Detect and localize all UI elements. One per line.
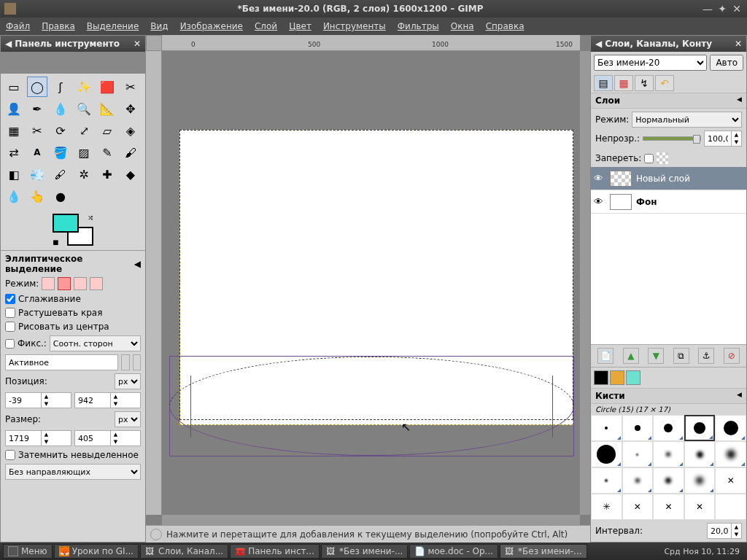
delete-layer-button[interactable]: ⊘ — [724, 348, 740, 364]
clock[interactable]: Срд Ноя 10, 11:29 — [659, 547, 744, 556]
duplicate-layer-button[interactable]: ⧉ — [673, 348, 689, 364]
menu-windows[interactable]: Окна — [451, 21, 474, 31]
brush-item[interactable]: ✳ — [591, 494, 622, 520]
brush-item[interactable]: ✕ — [622, 494, 654, 520]
tool-rotate[interactable]: ⟳ — [50, 120, 71, 141]
brush-item[interactable] — [653, 441, 684, 467]
menu-file[interactable]: Файл — [6, 21, 30, 31]
menu-select[interactable]: Выделение — [87, 21, 139, 31]
brush-item[interactable]: ✕ — [653, 494, 684, 520]
tab-layers[interactable]: ▤ — [594, 75, 613, 91]
mode-add[interactable] — [58, 277, 71, 290]
tool-smudge[interactable]: 👆 — [27, 186, 47, 206]
tool-blur[interactable]: 💧 — [4, 186, 24, 206]
tool-crop[interactable]: ✂ — [27, 120, 47, 141]
tool-ink[interactable]: 🖋 — [50, 164, 71, 184]
tool-bucket[interactable]: 🪣 — [50, 142, 71, 163]
brush-item[interactable] — [684, 441, 716, 467]
tool-perspective-clone[interactable]: ◆ — [120, 164, 141, 184]
tool-align[interactable]: ▦ — [4, 120, 24, 141]
pos-x-input[interactable] — [6, 393, 41, 408]
scrollbar-horizontal[interactable] — [162, 515, 580, 525]
brush-item[interactable] — [591, 467, 622, 494]
size-unit[interactable]: px — [115, 411, 141, 427]
visibility-icon[interactable]: 👁 — [594, 173, 605, 184]
foreground-color[interactable] — [53, 214, 79, 233]
layers-dock-title[interactable]: ◀ Слои, Каналы, Конту ✕ — [591, 36, 746, 52]
tool-flip[interactable]: ⇄ — [4, 142, 24, 163]
guides-combo[interactable]: Без направляющих — [5, 464, 141, 480]
ruler-vertical[interactable] — [146, 51, 162, 515]
menu-color[interactable]: Цвет — [289, 21, 311, 31]
image-selector[interactable]: Без имени-20 — [594, 55, 707, 71]
brush-item[interactable] — [622, 441, 654, 467]
swap-colors-icon[interactable]: ⤭ — [88, 214, 93, 222]
portrait-button[interactable] — [121, 354, 130, 370]
color-swatch-black[interactable] — [594, 370, 608, 385]
blend-mode-combo[interactable]: Нормальный — [632, 112, 742, 128]
menu-view[interactable]: Вид — [150, 21, 168, 31]
layer-thumb[interactable] — [610, 194, 632, 210]
ruler-horizontal[interactable]: -500 0 500 1000 1500 — [162, 35, 580, 51]
tool-scissors[interactable]: ✂ — [120, 77, 141, 97]
section-menu-icon[interactable]: ◀ — [737, 96, 742, 106]
tool-heal[interactable]: ✚ — [97, 164, 117, 184]
tool-airbrush[interactable]: 💨 — [27, 164, 47, 184]
tool-paintbrush[interactable]: 🖌 — [120, 142, 141, 163]
darken-checkbox[interactable] — [5, 450, 15, 460]
tool-gradient[interactable]: ▨ — [74, 142, 94, 163]
minimize-button[interactable]: — — [702, 3, 713, 15]
pos-y-input[interactable] — [75, 393, 110, 408]
brush-item[interactable] — [684, 467, 716, 494]
tool-by-color[interactable]: 🟥 — [97, 77, 117, 97]
menu-filters[interactable]: Фильтры — [398, 21, 439, 31]
size-h-input[interactable] — [75, 431, 110, 446]
toolbox-close-icon[interactable]: ✕ — [133, 39, 141, 49]
brush-item[interactable] — [591, 441, 622, 467]
brush-item[interactable] — [715, 494, 746, 520]
tool-zoom[interactable]: 🔍 — [74, 98, 94, 119]
tool-move[interactable]: ✥ — [120, 98, 141, 119]
fixed-checkbox[interactable] — [5, 339, 15, 349]
tool-eyedropper[interactable]: 💧 — [50, 98, 71, 119]
tool-ellipse-select[interactable]: ◯ — [27, 77, 47, 97]
lock-pixels[interactable] — [644, 154, 654, 163]
tool-measure[interactable]: 📐 — [97, 98, 117, 119]
task-button[interactable]: 🧰Панель инст... — [230, 544, 320, 559]
brush-item[interactable]: ✕ — [715, 467, 746, 494]
ruler-corner[interactable] — [146, 35, 162, 51]
mode-subtract[interactable] — [74, 277, 87, 290]
raise-layer-button[interactable]: ▲ — [623, 348, 639, 364]
tool-pencil[interactable]: ✎ — [97, 142, 117, 163]
brush-item[interactable] — [653, 467, 684, 494]
brush-item[interactable] — [653, 415, 684, 441]
reset-colors-icon[interactable]: ◾ — [53, 237, 61, 246]
tool-paths[interactable]: ✒ — [27, 98, 47, 119]
task-button[interactable]: 🖼*Без имени-... — [500, 544, 587, 559]
opacity-slider[interactable] — [643, 136, 701, 141]
task-button[interactable]: 🖼Слои, Канал... — [140, 544, 228, 559]
size-w-input[interactable] — [6, 431, 41, 446]
layer-name[interactable]: Новый слой — [636, 174, 690, 184]
layer-row[interactable]: 👁 Фон — [591, 190, 746, 214]
close-button[interactable]: ✕ — [731, 3, 743, 15]
brush-item[interactable] — [715, 441, 746, 467]
brush-item[interactable] — [622, 467, 654, 494]
tool-rect-select[interactable]: ▭ — [4, 77, 24, 97]
lower-layer-button[interactable]: ▼ — [648, 348, 664, 364]
color-swatch-orange[interactable] — [610, 370, 624, 385]
tool-perspective[interactable]: ◈ — [120, 120, 141, 141]
menu-help[interactable]: Справка — [486, 21, 525, 31]
task-button[interactable]: 📄мое.doc - Op... — [409, 544, 498, 559]
lock-alpha-icon[interactable] — [657, 152, 668, 164]
menu-layer[interactable]: Слой — [255, 21, 277, 31]
tool-foreground[interactable]: 👤 — [4, 98, 24, 119]
aspect-input[interactable] — [5, 354, 118, 370]
menu-tools[interactable]: Инструменты — [323, 21, 386, 31]
mode-intersect[interactable] — [90, 277, 103, 290]
layer-name[interactable]: Фон — [636, 197, 657, 207]
task-button[interactable]: 🦊Уроки по GI... — [54, 544, 139, 559]
tool-dodge[interactable]: ● — [50, 186, 71, 206]
dock-arrow-icon[interactable]: ◀ — [134, 259, 141, 269]
pos-unit[interactable]: px — [115, 373, 141, 389]
